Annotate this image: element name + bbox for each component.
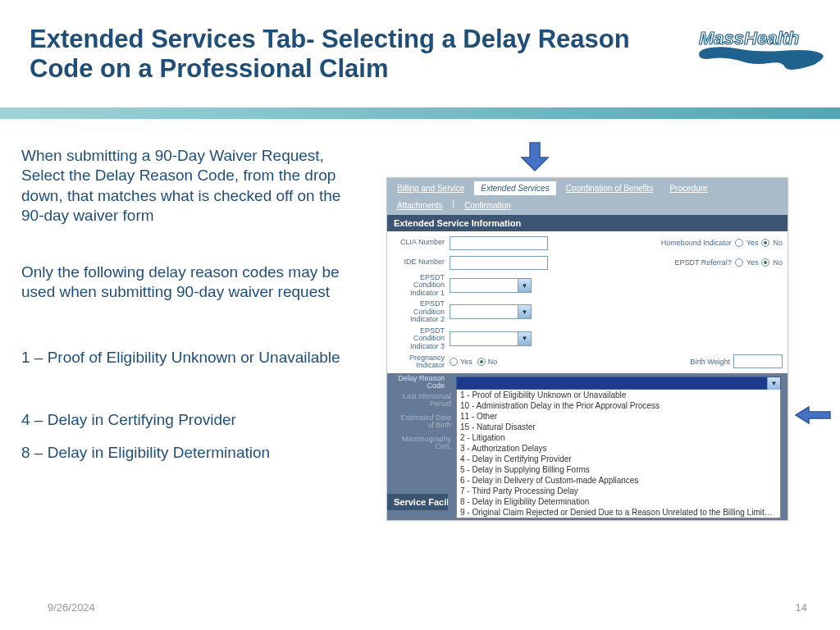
- label-delay-reason: Delay Reason Code: [392, 375, 450, 390]
- tab-bar: Billing and Service Extended Services Co…: [387, 178, 788, 215]
- delay-option[interactable]: 9 - Original Claim Rejected or Denied Du…: [457, 507, 780, 518]
- label-no-2: No: [773, 258, 783, 267]
- label-ide: IDE Number: [392, 258, 450, 266]
- label-pregnancy: Pregnancy Indicator: [392, 354, 450, 370]
- label-edob-disabled: Estimated Date of Birth: [399, 414, 456, 430]
- label-epsdt2: EPSDT Condition Indicator 2: [392, 300, 450, 323]
- delay-option[interactable]: 3 - Authorization Delays: [457, 443, 780, 454]
- delay-option[interactable]: 15 - Natural Disaster: [457, 422, 780, 432]
- label-clia: CLIA Number: [392, 239, 450, 246]
- epsdt-ref-no-radio[interactable]: [761, 258, 769, 267]
- label-yes-3: Yes: [460, 358, 472, 366]
- epsdt1-select[interactable]: ▼: [450, 278, 532, 293]
- form-area: CLIA Number Homebound Indicator Yes No I…: [387, 231, 788, 520]
- chevron-down-icon: ▼: [518, 332, 531, 345]
- body-code-1: 1 – Proof of Eligibility Unknown or Unav…: [21, 348, 354, 368]
- ide-input[interactable]: [450, 256, 548, 270]
- pregnancy-yes-radio[interactable]: [450, 358, 458, 366]
- label-mammo-disabled: Mammography Cert.: [399, 436, 456, 451]
- tab-cob[interactable]: Coordination of Benefits: [559, 181, 660, 195]
- chevron-down-icon: ▼: [518, 279, 531, 292]
- tab-billing[interactable]: Billing and Service: [390, 181, 471, 195]
- extended-services-panel: Billing and Service Extended Services Co…: [386, 177, 788, 521]
- tab-procedure[interactable]: Procedure: [663, 181, 714, 195]
- delay-option[interactable]: 4 - Delay in Certifying Provider: [457, 454, 780, 464]
- delay-option[interactable]: 7 - Third Party Processing Delay: [457, 486, 780, 496]
- body-code-8: 8 – Delay in Eligibility Determination: [21, 443, 354, 463]
- arrow-left-icon: [794, 406, 832, 427]
- delay-option[interactable]: 8 - Delay in Eligibility Determination: [457, 496, 780, 507]
- service-facility-header: Service Facilit: [387, 494, 448, 510]
- delay-reason-select[interactable]: ▼: [456, 377, 781, 390]
- label-no-3: No: [488, 358, 498, 366]
- section-header: Extended Service Information: [387, 215, 788, 231]
- homebound-yes-radio[interactable]: [735, 239, 743, 247]
- tab-attachments[interactable]: Attachments: [390, 199, 450, 212]
- footer-page-number: 14: [796, 601, 807, 614]
- chevron-down-icon: ▼: [767, 377, 780, 390]
- delay-option[interactable]: 10 - Administration Delay in the Prior A…: [457, 400, 780, 411]
- delay-option[interactable]: 1 - Proof of Eligibility Unknown or Unav…: [457, 390, 780, 400]
- homebound-no-radio[interactable]: [761, 239, 769, 247]
- label-birth-weight: Birth Weight: [690, 358, 730, 366]
- birth-weight-input[interactable]: [733, 354, 783, 368]
- label-yes-2: Yes: [746, 258, 759, 267]
- pregnancy-no-radio[interactable]: [477, 358, 486, 366]
- body-paragraph-2: Only the following delay reason codes ma…: [21, 262, 354, 303]
- label-epsdt-referral: EPSDT Referral?: [674, 258, 731, 267]
- footer-date: 9/26/2024: [48, 601, 95, 614]
- label-yes: Yes: [746, 239, 759, 247]
- delay-option[interactable]: 11 - Other: [457, 411, 780, 422]
- divider-bar: [0, 107, 840, 119]
- delay-option[interactable]: 2 - Litigation: [457, 432, 780, 443]
- delay-reason-dropdown-open: Delay Reason Code ▼ Last Menstrual Perio…: [387, 373, 788, 520]
- arrow-down-icon: [518, 139, 551, 176]
- chevron-down-icon: ▼: [518, 305, 531, 318]
- delay-option[interactable]: 6 - Delay in Delivery of Custom-made App…: [457, 475, 780, 486]
- slide-title: Extended Services Tab- Selecting a Delay…: [30, 25, 686, 83]
- delay-reason-option-list: 1 - Proof of Eligibility Unknown or Unav…: [456, 390, 781, 518]
- label-no: No: [773, 239, 783, 247]
- masshealth-logo: MassHealth: [691, 20, 830, 80]
- tab-confirmation[interactable]: Confirmation: [458, 199, 518, 212]
- label-epsdt1: EPSDT Condition Indicator 1: [392, 274, 450, 297]
- body-paragraph-1: When submitting a 90-Day Waiver Request,…: [21, 146, 354, 226]
- label-lmp-disabled: Last Menstrual Period: [399, 393, 456, 409]
- epsdt-ref-yes-radio[interactable]: [735, 258, 743, 267]
- clia-input[interactable]: [450, 236, 548, 250]
- body-code-4: 4 – Delay in Certifying Provider: [21, 410, 354, 430]
- tab-extended-services[interactable]: Extended Services: [474, 181, 555, 195]
- svg-text:MassHealth: MassHealth: [699, 28, 799, 48]
- epsdt3-select[interactable]: ▼: [450, 331, 532, 346]
- delay-option[interactable]: 5 - Delay in Supplying Billing Forms: [457, 464, 780, 475]
- label-epsdt3: EPSDT Condition Indicator 3: [392, 327, 450, 350]
- epsdt2-select[interactable]: ▼: [450, 304, 532, 319]
- label-homebound: Homebound Indicator: [661, 239, 732, 247]
